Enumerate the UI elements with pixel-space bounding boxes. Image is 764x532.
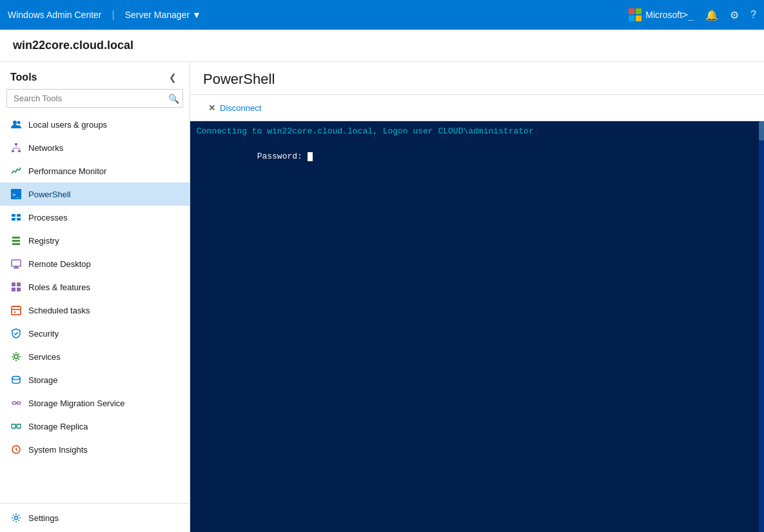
terminal-connecting-line: Connecting to win22core.cloud.local, Log… [197,125,758,138]
sidebar-item-roles-features[interactable]: Roles & features [0,275,190,299]
sidebar-item-processes[interactable]: Processes [0,206,190,229]
svg-rect-17 [12,306,21,315]
svg-point-25 [15,517,18,520]
search-submit-button[interactable]: 🔍 [168,94,179,104]
svg-rect-9 [12,218,15,221]
topbar-brand: Windows Admin Center [8,10,102,20]
svg-rect-22 [12,424,15,428]
sidebar-label-registry: Registry [28,236,59,246]
roles-icon [10,281,22,293]
terminal-icon[interactable]: >_ [682,9,694,21]
disconnect-label: Disconnect [220,103,261,113]
microsoft-label: Microsoft [645,10,682,20]
terminal-password-prompt: Password: [257,152,308,161]
svg-rect-2 [15,143,17,145]
svg-rect-14 [17,282,21,286]
sidebar-item-powershell[interactable]: >_ PowerShell [0,182,190,206]
services-icon [10,351,22,362]
ms-logo-green [636,8,642,14]
system-insights-icon [10,444,22,455]
terminal-scrollbar[interactable] [759,121,764,532]
terminal-password-line: Password: [197,138,758,176]
sidebar-label-settings: Settings [28,513,59,523]
page-title: PowerShell [203,71,751,88]
sidebar-label-security: Security [28,329,59,339]
local-users-icon [10,119,22,130]
svg-text:>_: >_ [12,192,19,198]
disconnect-x-icon: ✕ [208,103,216,113]
scheduled-tasks-icon [10,304,22,316]
storage-icon [10,374,22,386]
svg-rect-7 [12,214,15,217]
content-header: PowerShell [190,62,764,95]
sidebar-item-remote-desktop[interactable]: Remote Desktop [0,252,190,275]
sidebar-item-storage[interactable]: Storage [0,368,190,391]
sidebar-label-roles-features: Roles & features [28,282,90,292]
topbar-center: Microsoft [629,8,682,21]
svg-rect-10 [17,218,21,221]
sidebar-label-storage-replica: Storage Replica [28,422,88,431]
sidebar-label-scheduled-tasks: Scheduled tasks [28,306,90,315]
topbar-divider: | [112,9,115,21]
disconnect-button[interactable]: ✕ Disconnect [203,100,266,115]
topbar-left: Windows Admin Center | Server Manager ▼ [8,9,629,21]
sidebar-item-services[interactable]: Services [0,345,190,368]
svg-rect-23 [17,424,21,428]
svg-point-1 [17,121,21,124]
main-layout: win22core.cloud.local Tools ❮ 🔍 Local us… [0,30,764,532]
ms-logo-yellow [636,15,642,21]
sidebar-item-registry[interactable]: Registry [0,229,190,252]
ms-logo-red [629,8,634,14]
svg-rect-3 [12,150,14,152]
help-icon[interactable]: ? [750,9,756,21]
registry-icon [10,235,22,246]
powershell-icon: >_ [10,188,22,200]
remote-desktop-icon [10,258,22,270]
ms-logo-blue [629,15,634,21]
processes-icon [10,212,22,223]
sidebar-label-local-users-groups: Local users & groups [28,120,107,130]
svg-rect-4 [18,150,21,152]
svg-rect-12 [14,268,19,269]
svg-point-0 [13,121,17,124]
terminal-cursor [308,152,313,161]
sidebar-item-storage-migration[interactable]: Storage Migration Service [0,391,190,415]
search-input[interactable] [6,89,183,108]
sidebar-item-security[interactable]: Security [0,322,190,345]
sidebar-label-powershell: PowerShell [28,190,71,199]
microsoft-logo [629,8,642,21]
sidebar-label-processes: Processes [28,213,68,222]
sidebar-item-settings[interactable]: Settings [0,506,190,529]
sidebar-item-system-insights[interactable]: System Insights [0,438,190,461]
sidebar-item-local-users-groups[interactable]: Local users & groups [0,113,190,136]
server-manager-menu[interactable]: Server Manager ▼ [125,10,201,20]
sidebar-item-performance-monitor[interactable]: Performance Monitor [0,159,190,182]
content-toolbar: ✕ Disconnect [190,95,764,121]
topbar-right: >_ 🔔 ⚙ ? [682,9,756,21]
server-manager-label: Server Manager [125,10,190,20]
sidebar-item-scheduled-tasks[interactable]: Scheduled tasks [0,299,190,322]
content-area: Tools ❮ 🔍 Local users & groups [0,62,764,532]
notification-icon[interactable]: 🔔 [705,9,718,21]
server-title: win22core.cloud.local [13,39,133,52]
sidebar-label-storage: Storage [28,375,58,385]
topbar: Windows Admin Center | Server Manager ▼ … [0,0,764,30]
terminal-area[interactable]: Connecting to win22core.cloud.local, Log… [190,121,764,532]
sidebar-item-storage-replica[interactable]: Storage Replica [0,415,190,438]
svg-point-20 [12,402,16,404]
sidebar: Tools ❮ 🔍 Local users & groups [0,62,190,532]
sidebar-collapse-button[interactable]: ❮ [166,71,179,84]
sidebar-label-services: Services [28,352,61,362]
svg-rect-15 [12,288,15,291]
svg-rect-11 [12,260,21,266]
terminal-scrollbar-thumb[interactable] [759,121,764,141]
svg-point-19 [12,377,20,380]
main-content: PowerShell ✕ Disconnect Connecting to wi… [190,62,764,532]
sidebar-footer: Settings [0,503,190,532]
svg-rect-16 [17,288,21,291]
settings-icon[interactable]: ⚙ [730,9,739,21]
performance-icon [10,165,22,177]
sidebar-item-networks[interactable]: Networks [0,136,190,159]
sidebar-label-storage-migration: Storage Migration Service [28,399,125,408]
nav-list: Local users & groups Networks Performanc… [0,113,190,503]
